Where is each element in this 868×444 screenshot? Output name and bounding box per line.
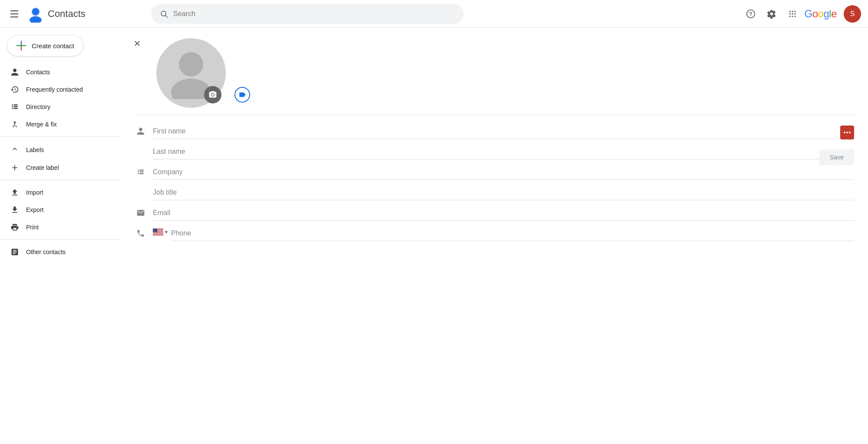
svg-rect-29	[153, 234, 163, 235]
sidebar-item-directory[interactable]: Directory	[0, 98, 115, 116]
last-name-input[interactable]	[153, 144, 854, 159]
help-button[interactable]: ?	[742, 5, 759, 23]
sidebar-item-create-label[interactable]: Create label	[0, 159, 115, 176]
last-name-row	[135, 142, 854, 161]
sidebar: Create contact Contacts Frequently conta…	[0, 28, 122, 444]
phone-group: ★★★★★★ ★★★★★ ★★★★★★ ★★★★★ ★★★★★★ ▾	[153, 226, 854, 241]
svg-point-14	[789, 16, 790, 17]
history-icon	[10, 85, 19, 94]
job-title-group	[153, 185, 854, 200]
form-separator	[135, 115, 854, 115]
print-icon	[10, 223, 19, 232]
app-title: Contacts	[48, 8, 86, 20]
company-input[interactable]	[153, 165, 854, 180]
avatar-photo[interactable]	[156, 38, 226, 108]
first-name-row	[135, 122, 854, 141]
country-dropdown-arrow: ▾	[165, 229, 168, 235]
svg-point-21	[179, 52, 203, 76]
job-title-input[interactable]	[153, 185, 854, 200]
phone-icon	[135, 229, 146, 241]
create-label-label: Create label	[26, 164, 59, 171]
first-name-group	[153, 124, 854, 139]
plus-icon	[16, 40, 26, 51]
svg-rect-27	[153, 232, 163, 232]
form-fields: ★★★★★★ ★★★★★ ★★★★★★ ★★★★★ ★★★★★★ ▾	[122, 122, 868, 243]
contacts-logo-icon	[27, 5, 44, 23]
phone-input[interactable]	[171, 226, 854, 241]
company-icon	[135, 168, 146, 180]
divider-1	[0, 136, 122, 137]
name-expand-button[interactable]	[840, 126, 854, 139]
svg-point-8	[789, 10, 790, 12]
topbar-left: Contacts	[7, 5, 146, 23]
grid-icon	[788, 10, 797, 18]
help-icon: ?	[746, 9, 756, 19]
divider-2	[0, 180, 122, 180]
svg-text:?: ?	[749, 10, 752, 17]
company-row	[135, 163, 854, 182]
menu-button[interactable]	[7, 7, 22, 21]
search-input[interactable]	[173, 10, 455, 18]
svg-point-15	[792, 16, 793, 17]
contacts-nav-label: Contacts	[26, 69, 50, 76]
last-name-group	[153, 144, 854, 159]
main-layout: Create contact Contacts Frequently conta…	[0, 28, 868, 444]
upload-icon	[10, 188, 19, 197]
sidebar-item-merge-fix[interactable]: Merge & fix	[0, 116, 115, 133]
close-button[interactable]	[129, 35, 146, 52]
job-title-row	[135, 183, 854, 202]
person-field-icon	[135, 127, 146, 139]
export-label: Export	[26, 206, 43, 213]
chevron-up-icon	[10, 145, 19, 155]
create-contact-button[interactable]: Create contact	[7, 35, 83, 56]
labels-label: Labels	[26, 146, 44, 153]
email-input[interactable]	[153, 205, 854, 221]
main-content: Save	[122, 28, 868, 444]
print-label: Print	[26, 224, 39, 231]
other-contacts-icon	[10, 248, 19, 256]
download-icon	[10, 205, 19, 214]
sidebar-item-contacts[interactable]: Contacts	[0, 63, 115, 81]
user-avatar[interactable]: S	[844, 5, 861, 23]
settings-button[interactable]	[763, 5, 780, 23]
sidebar-item-export[interactable]: Export	[0, 201, 115, 219]
gear-icon	[767, 9, 776, 19]
svg-line-5	[165, 15, 167, 17]
labels-section-header[interactable]: Labels	[0, 140, 122, 159]
topbar-right: ? Google S	[742, 5, 861, 23]
sidebar-item-other-contacts[interactable]: Other contacts	[0, 243, 115, 261]
company-group	[153, 165, 854, 180]
directory-icon	[10, 103, 19, 111]
svg-point-16	[794, 16, 795, 17]
svg-point-13	[794, 13, 795, 14]
email-row	[135, 204, 854, 222]
email-icon	[135, 209, 146, 221]
svg-line-20	[21, 41, 26, 46]
sidebar-item-print[interactable]: Print	[0, 219, 115, 236]
sidebar-item-import[interactable]: Import	[0, 184, 115, 201]
apps-button[interactable]	[784, 5, 801, 23]
svg-point-11	[789, 13, 790, 14]
other-contacts-label: Other contacts	[26, 249, 66, 255]
last-name-spacer	[135, 156, 146, 159]
svg-rect-28	[153, 233, 163, 234]
save-button[interactable]: Save	[819, 149, 854, 165]
expand-dots-icon	[844, 132, 851, 133]
phone-country-selector[interactable]: ★★★★★★ ★★★★★ ★★★★★★ ★★★★★ ★★★★★★ ▾	[153, 229, 168, 239]
search-bar[interactable]	[151, 4, 464, 24]
camera-overlay[interactable]	[204, 86, 221, 103]
app-logo: Contacts	[27, 5, 86, 23]
google-logo-text: Google	[805, 8, 837, 20]
phone-input-row: ★★★★★★ ★★★★★ ★★★★★★ ★★★★★ ★★★★★★ ▾	[153, 226, 854, 241]
plus-small-icon	[10, 163, 19, 172]
svg-point-12	[792, 13, 793, 14]
svg-point-10	[794, 10, 795, 12]
label-tag-button[interactable]	[234, 87, 250, 103]
divider-3	[0, 239, 122, 240]
photo-header: Save	[122, 28, 868, 108]
svg-point-9	[792, 10, 793, 12]
first-name-input[interactable]	[153, 124, 854, 139]
us-flag-icon: ★★★★★★ ★★★★★ ★★★★★★ ★★★★★ ★★★★★★	[153, 229, 163, 235]
contact-form: Save	[122, 28, 868, 243]
sidebar-item-frequently-contacted[interactable]: Frequently contacted	[0, 81, 115, 98]
